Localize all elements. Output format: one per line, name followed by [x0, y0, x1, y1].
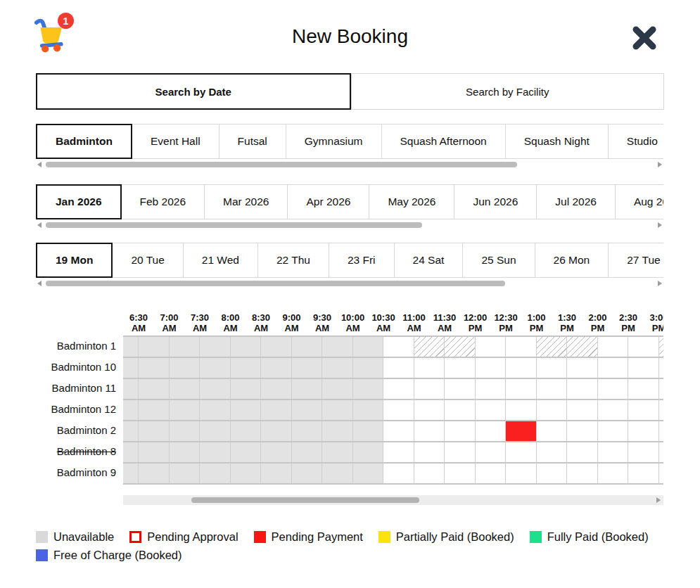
facility-tab-squash-afternoon[interactable]: Squash Afternoon [381, 124, 506, 159]
slot-cell[interactable] [383, 337, 414, 357]
slot-cell[interactable] [383, 464, 414, 483]
scrollbar-thumb[interactable] [46, 162, 517, 167]
slot-cell[interactable] [476, 464, 507, 483]
slot-cell[interactable] [537, 442, 568, 462]
search-tab-search-by-date[interactable]: Search by Date [36, 73, 351, 110]
slot-cell[interactable] [414, 358, 445, 378]
day-tab-21-wed[interactable]: 21 Wed [183, 243, 258, 278]
scrollbar-thumb[interactable] [191, 497, 419, 503]
slot-cell[interactable] [476, 442, 507, 462]
month-tab-mar-2026[interactable]: Mar 2026 [204, 184, 288, 219]
close-button[interactable] [631, 25, 658, 51]
day-tab-22-thu[interactable]: 22 Thu [257, 243, 329, 278]
slot-cell-pending-approval[interactable] [537, 337, 568, 357]
facility-tab-studio[interactable]: Studio [608, 124, 663, 159]
day-tab-27-tue[interactable]: 27 Tue [608, 243, 663, 278]
slot-cell[interactable] [659, 442, 664, 462]
slot-cell[interactable] [506, 464, 537, 483]
slot-cell[interactable] [628, 442, 659, 462]
slot-cell[interactable] [506, 337, 537, 357]
slot-cell[interactable] [414, 400, 445, 420]
day-tab-20-tue[interactable]: 20 Tue [112, 243, 183, 278]
slot-cell[interactable] [628, 464, 659, 483]
slot-cell[interactable] [598, 421, 629, 441]
day-tab-26-mon[interactable]: 26 Mon [535, 243, 609, 278]
slot-cell[interactable] [383, 442, 414, 462]
slot-cell[interactable] [567, 464, 598, 483]
slot-cell[interactable] [445, 421, 476, 441]
slot-cell-pending-approval[interactable] [445, 337, 476, 357]
slot-cell[interactable] [598, 400, 629, 420]
slot-cell[interactable] [598, 464, 629, 483]
day-tab-24-sat[interactable]: 24 Sat [394, 243, 464, 278]
day-scrollbar[interactable] [36, 279, 663, 288]
slot-cell[interactable] [414, 464, 445, 483]
slot-cell[interactable] [383, 379, 414, 399]
facility-tab-squash-night[interactable]: Squash Night [505, 124, 609, 159]
month-tab-apr-2026[interactable]: Apr 2026 [287, 184, 369, 219]
slot-cell[interactable] [628, 421, 659, 441]
slot-cell[interactable] [567, 421, 598, 441]
scroll-left-icon[interactable] [37, 281, 42, 286]
slot-cell[interactable] [598, 379, 629, 399]
slot-cell[interactable] [414, 421, 445, 441]
slot-cell[interactable] [414, 442, 445, 462]
slot-cell[interactable] [506, 379, 537, 399]
slot-cell[interactable] [383, 400, 414, 420]
slot-cell[interactable] [445, 379, 476, 399]
day-tab-19-mon[interactable]: 19 Mon [36, 243, 113, 278]
scroll-right-icon[interactable] [658, 162, 662, 167]
day-tab-23-fri[interactable]: 23 Fri [329, 243, 395, 278]
month-tab-jul-2026[interactable]: Jul 2026 [536, 184, 616, 219]
slot-cell[interactable] [445, 464, 476, 483]
scroll-right-icon[interactable] [658, 281, 662, 286]
slot-cell[interactable] [383, 358, 414, 378]
month-tab-jan-2026[interactable]: Jan 2026 [36, 184, 122, 219]
scroll-right-icon[interactable] [658, 222, 662, 228]
slot-cell[interactable] [598, 442, 629, 462]
slot-cell[interactable] [445, 358, 476, 378]
slot-cell[interactable] [628, 379, 659, 399]
facility-tab-badminton[interactable]: Badminton [36, 124, 132, 159]
slot-cell[interactable] [659, 379, 664, 399]
slot-cell[interactable] [567, 358, 598, 378]
slot-cell[interactable] [476, 421, 507, 441]
slot-cell[interactable] [476, 400, 507, 420]
month-tab-feb-2026[interactable]: Feb 2026 [121, 184, 205, 219]
scroll-left-icon[interactable] [37, 162, 42, 167]
slot-cell[interactable] [659, 464, 664, 483]
grid-scrollbar[interactable] [123, 495, 663, 505]
slot-cell[interactable] [537, 464, 568, 483]
month-tab-may-2026[interactable]: May 2026 [369, 184, 454, 219]
facility-tab-event-hall[interactable]: Event Hall [132, 124, 219, 159]
slot-cell[interactable] [628, 337, 659, 357]
month-tab-aug-2026[interactable]: Aug 2026 [615, 184, 663, 219]
slot-cell[interactable] [628, 400, 659, 420]
slot-cell[interactable] [598, 337, 629, 357]
slot-cell[interactable] [383, 421, 414, 441]
slot-cell[interactable] [476, 379, 507, 399]
slot-cell-pending-approval[interactable] [567, 337, 598, 357]
slot-cell[interactable] [537, 379, 568, 399]
scrollbar-thumb[interactable] [46, 281, 505, 286]
facility-tab-futsal[interactable]: Futsal [219, 124, 286, 159]
slot-cell[interactable] [659, 358, 664, 378]
slot-cell[interactable] [598, 358, 629, 378]
facility-scrollbar[interactable] [36, 160, 663, 169]
slot-cell[interactable] [567, 442, 598, 462]
slot-cell[interactable] [537, 400, 568, 420]
slot-cell[interactable] [445, 442, 476, 462]
slot-cell[interactable] [445, 400, 476, 420]
slot-cell[interactable] [476, 358, 507, 378]
facility-tab-gymnasium[interactable]: Gymnasium [286, 124, 382, 159]
slot-cell[interactable] [567, 400, 598, 420]
scrollbar-thumb[interactable] [46, 222, 422, 228]
month-scrollbar[interactable] [36, 221, 663, 229]
slot-cell[interactable] [537, 358, 568, 378]
slot-cell-pending-approval[interactable] [659, 337, 664, 357]
slot-cell[interactable] [476, 337, 507, 357]
slot-cell[interactable] [506, 358, 537, 378]
scroll-left-icon[interactable] [37, 222, 42, 228]
day-tab-25-sun[interactable]: 25 Sun [462, 243, 535, 278]
slot-cell[interactable] [659, 421, 664, 441]
